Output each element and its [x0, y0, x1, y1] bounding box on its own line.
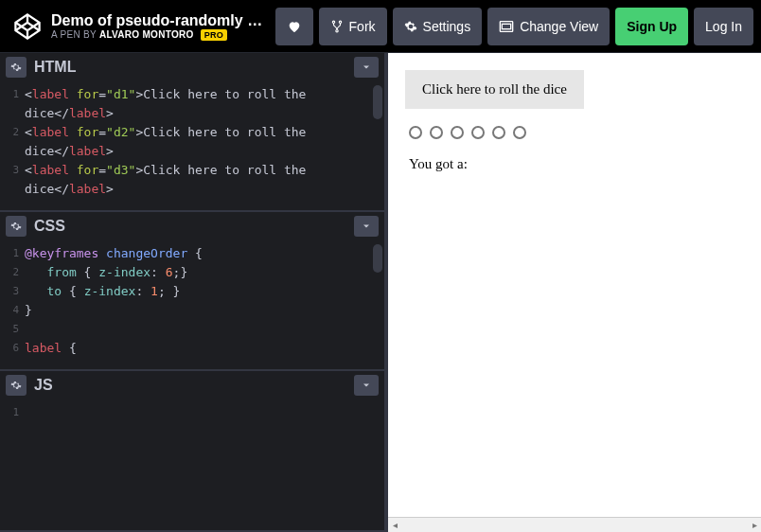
svg-point-1 — [339, 21, 341, 23]
heart-icon — [287, 19, 302, 34]
js-collapse-button[interactable] — [354, 375, 379, 396]
gear-icon — [10, 221, 22, 232]
scrollbar[interactable] — [373, 244, 382, 273]
pro-badge: PRO — [201, 29, 227, 41]
fork-icon — [330, 20, 344, 33]
author-link[interactable]: Alvaro Montoro — [99, 29, 194, 40]
fork-button[interactable]: Fork — [319, 8, 387, 45]
preview-content: Click here to roll the dice You got a: — [388, 53, 761, 189]
pen-byline: A PEN BY Alvaro Montoro PRO — [51, 29, 269, 40]
settings-button[interactable]: Settings — [393, 8, 483, 45]
html-panel-header: HTML — [0, 53, 384, 81]
title-block: Demo of pseudo-randomly g… A PEN BY Alva… — [51, 12, 269, 40]
dice-dot[interactable] — [409, 126, 422, 139]
roll-dice-button[interactable]: Click here to roll the dice — [405, 70, 584, 109]
editors-column: HTML 1<label for="d1">Click here to roll… — [0, 53, 388, 532]
dice-dot[interactable] — [430, 126, 443, 139]
svg-point-0 — [332, 21, 334, 23]
like-button[interactable] — [275, 8, 313, 45]
preview-frame[interactable]: Click here to roll the dice You got a: — [388, 53, 761, 517]
dice-dot[interactable] — [471, 126, 485, 139]
scroll-right-icon[interactable]: ▸ — [748, 518, 761, 532]
result-text: You got a: — [409, 156, 744, 172]
dice-dot[interactable] — [451, 126, 464, 139]
dice-dot[interactable] — [513, 126, 526, 139]
dice-dots — [409, 126, 744, 143]
horizontal-scrollbar[interactable]: ◂ ▸ — [388, 517, 761, 532]
html-editor[interactable]: 1<label for="d1">Click here to roll the … — [0, 81, 384, 210]
html-panel-title: HTML — [34, 59, 76, 76]
pen-title[interactable]: Demo of pseudo-randomly g… — [51, 12, 269, 29]
html-panel: HTML 1<label for="d1">Click here to roll… — [0, 53, 384, 212]
layout-icon — [499, 20, 514, 33]
html-settings-button[interactable] — [6, 57, 27, 78]
signup-button[interactable]: Sign Up — [615, 8, 688, 45]
css-panel-title: CSS — [34, 218, 65, 235]
scroll-left-icon[interactable]: ◂ — [388, 518, 401, 532]
css-panel: CSS 1@keyframes changeOrder {2 from { z-… — [0, 212, 384, 371]
gear-icon — [404, 20, 417, 33]
css-panel-header: CSS — [0, 212, 384, 240]
main: HTML 1<label for="d1">Click here to roll… — [0, 53, 761, 532]
js-panel-title: JS — [34, 377, 53, 394]
login-button[interactable]: Log In — [694, 8, 753, 45]
html-collapse-button[interactable] — [354, 57, 379, 78]
change-view-button[interactable]: Change View — [487, 8, 610, 45]
scrollbar[interactable] — [373, 85, 382, 119]
js-panel: JS 1 — [0, 371, 384, 532]
preview-column: Click here to roll the dice You got a: ◂… — [388, 53, 761, 532]
codepen-logo[interactable] — [11, 10, 44, 43]
js-settings-button[interactable] — [6, 375, 27, 396]
js-editor[interactable]: 1 — [0, 399, 384, 530]
gear-icon — [10, 62, 22, 73]
css-settings-button[interactable] — [6, 216, 27, 237]
js-panel-header: JS — [0, 371, 384, 399]
gear-icon — [10, 380, 22, 391]
chevron-down-icon — [361, 380, 372, 391]
css-editor[interactable]: 1@keyframes changeOrder {2 from { z-inde… — [0, 240, 384, 369]
chevron-down-icon — [361, 221, 372, 232]
header: Demo of pseudo-randomly g… A PEN BY Alva… — [0, 0, 761, 53]
chevron-down-icon — [361, 62, 372, 73]
svg-rect-4 — [502, 24, 510, 28]
css-collapse-button[interactable] — [354, 216, 379, 237]
dice-dot[interactable] — [492, 126, 505, 139]
svg-point-2 — [335, 29, 337, 31]
codepen-icon — [14, 13, 41, 40]
